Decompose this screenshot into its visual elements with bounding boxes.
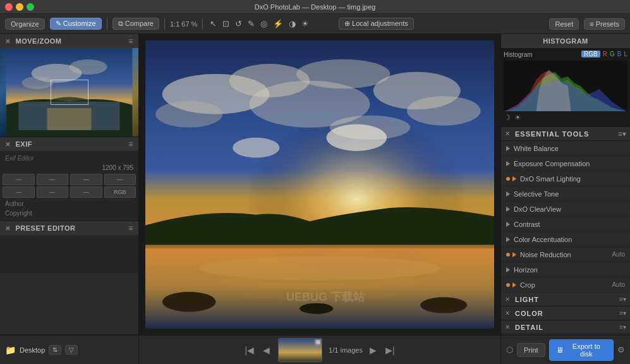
exif-title: EXIF bbox=[16, 140, 32, 148]
tool-row-exposure[interactable]: Exposure Compensation bbox=[501, 156, 630, 171]
minimize-dot[interactable] bbox=[16, 3, 23, 11]
histogram-label: Histogram bbox=[504, 51, 533, 58]
exif-btn-rgb[interactable]: RGB bbox=[104, 186, 136, 198]
preset-header[interactable]: ✕ PRESET EDITOR ≡ bbox=[0, 221, 138, 235]
move-zoom-header[interactable]: ✕ MOVE/ZOOM ≡ bbox=[0, 34, 138, 48]
essential-tools-header[interactable]: ✕ ESSENTIAL TOOLS ≡▾ bbox=[501, 127, 630, 141]
redeye-tool[interactable]: ◎ bbox=[258, 18, 269, 30]
tool-row-noise-reduction[interactable]: Noise Reduction Auto bbox=[501, 247, 630, 262]
print-button[interactable]: Print bbox=[517, 343, 545, 357]
move-zoom-menu-icon[interactable]: ≡ bbox=[128, 37, 133, 46]
color-menu[interactable]: ≡▾ bbox=[619, 310, 626, 317]
preset-menu-icon[interactable]: ≡ bbox=[128, 224, 133, 233]
noise-reduction-label: Noise Reduction bbox=[520, 251, 612, 258]
tool-row-clearview[interactable]: DxO ClearView bbox=[501, 202, 630, 217]
filmstrip-share-icon[interactable]: ⬡ bbox=[506, 345, 513, 355]
crop-tool[interactable]: ⊡ bbox=[221, 18, 231, 30]
photo-svg bbox=[145, 40, 494, 329]
tool-row-crop[interactable]: Crop Auto bbox=[501, 277, 630, 293]
close-dot[interactable] bbox=[5, 3, 13, 11]
geometry-subsection-header[interactable]: ✕ GEOMETRY ≡▾ bbox=[501, 334, 630, 335]
preset-header-left: ✕ PRESET EDITOR bbox=[5, 224, 75, 232]
tool-row-white-balance[interactable]: White Balance bbox=[501, 141, 630, 156]
organize-button[interactable]: Organize bbox=[5, 18, 45, 30]
local-adjustments-button[interactable]: ⊕ Local adjustments bbox=[339, 18, 414, 30]
detail-menu[interactable]: ≡▾ bbox=[619, 324, 626, 331]
nav-count: 1/1 images bbox=[329, 346, 363, 354]
nav-first-btn[interactable]: |◀ bbox=[243, 345, 256, 355]
filmstrip-label: 📁 Desktop ⇅ ▽ bbox=[0, 336, 139, 364]
color-accentuation-label: Color Accentuation bbox=[514, 236, 625, 243]
light-subsection-header[interactable]: ✕ LIGHT ≡▾ bbox=[501, 293, 630, 306]
exposure-triangle bbox=[506, 161, 510, 166]
zoom-controls: 1:1 67 % bbox=[170, 20, 197, 28]
photo-display bbox=[145, 40, 494, 329]
sun-icon[interactable]: ☀ bbox=[514, 113, 521, 122]
main-layout: ✕ MOVE/ZOOM ≡ bbox=[0, 34, 630, 335]
light-close[interactable]: ✕ bbox=[505, 296, 510, 303]
tool-row-selective-tone[interactable]: Selective Tone bbox=[501, 186, 630, 202]
filmstrip-sort-btn[interactable]: ⇅ bbox=[49, 345, 61, 355]
mode-rgb[interactable]: RGB bbox=[581, 51, 600, 58]
light-title: LIGHT bbox=[515, 296, 539, 303]
light-menu[interactable]: ≡▾ bbox=[619, 296, 626, 303]
smart-lighting-dot bbox=[506, 177, 510, 181]
white-balance-triangle bbox=[506, 146, 510, 151]
repair-tool[interactable]: ✎ bbox=[246, 18, 257, 30]
svg-point-18 bbox=[219, 274, 420, 289]
exif-menu-icon[interactable]: ≡ bbox=[128, 140, 133, 149]
exif-btn-5[interactable]: — bbox=[3, 186, 35, 198]
compare-button[interactable]: ⧉ Compare bbox=[112, 18, 159, 30]
color-subsection-header[interactable]: ✕ COLOR ≡▾ bbox=[501, 306, 630, 320]
filmstrip-settings-icon[interactable]: ⚙ bbox=[617, 345, 625, 355]
nav-last-btn[interactable]: ▶| bbox=[384, 345, 397, 355]
essential-tools-menu[interactable]: ≡▾ bbox=[618, 130, 626, 138]
customize-button[interactable]: ✎ Customize bbox=[50, 18, 102, 30]
smart-lighting-triangle bbox=[512, 176, 516, 181]
nav-prev-btn[interactable]: ◀ bbox=[261, 345, 272, 355]
essential-tools-close[interactable]: ✕ bbox=[505, 130, 510, 137]
rotate-tool[interactable]: ↺ bbox=[233, 18, 244, 30]
tool-row-color-accentuation[interactable]: Color Accentuation bbox=[501, 232, 630, 247]
selective-tone-triangle bbox=[506, 191, 510, 197]
reset-button[interactable]: Reset bbox=[549, 18, 579, 30]
moon-icon[interactable]: ☽ bbox=[504, 113, 511, 122]
filter-tool[interactable]: ⚡ bbox=[271, 18, 285, 30]
exif-section: ✕ EXIF ≡ Exif Editor 1200 x 795 — — — — … bbox=[0, 137, 138, 221]
exif-btn-3[interactable]: — bbox=[70, 174, 102, 185]
tool-row-smart-lighting[interactable]: DxO Smart Lighting bbox=[501, 171, 630, 186]
exif-btn-7[interactable]: — bbox=[70, 186, 102, 198]
exif-btn-4[interactable]: — bbox=[104, 174, 136, 185]
zoom-level: 1:1 bbox=[170, 20, 179, 28]
export-button[interactable]: 🖥 Export to disk bbox=[549, 339, 614, 361]
cursor-tool[interactable]: ↖ bbox=[208, 18, 219, 30]
detail-close[interactable]: ✕ bbox=[505, 324, 510, 331]
presets-button[interactable]: ≡ Presets bbox=[584, 18, 625, 30]
wb-tool[interactable]: ☀ bbox=[300, 18, 311, 30]
mode-r[interactable]: R bbox=[603, 51, 607, 58]
preset-close[interactable]: ✕ bbox=[5, 225, 11, 232]
export-label: Export to disk bbox=[566, 343, 607, 358]
filmstrip-center: |◀ ◀ ⊞ 1/1 images ▶ ▶| bbox=[139, 336, 500, 364]
exif-header[interactable]: ✕ EXIF ≡ bbox=[0, 137, 138, 151]
exif-btn-6[interactable]: — bbox=[37, 186, 69, 198]
exif-btn-2[interactable]: — bbox=[37, 174, 69, 185]
histogram-top-row: Histogram RGB R G B L bbox=[504, 51, 627, 59]
color-close[interactable]: ✕ bbox=[505, 310, 510, 317]
film-thumbnail[interactable]: ⊞ bbox=[278, 338, 322, 362]
filmstrip-filter-btn[interactable]: ▽ bbox=[65, 345, 78, 355]
nav-next-btn[interactable]: ▶ bbox=[368, 345, 379, 355]
exif-btn-1[interactable]: — bbox=[3, 174, 35, 185]
mode-g[interactable]: G bbox=[610, 51, 615, 58]
move-zoom-close[interactable]: ✕ bbox=[5, 38, 11, 45]
mode-l[interactable]: L bbox=[624, 51, 627, 58]
exif-copyright-label: Copyright bbox=[3, 209, 136, 218]
detail-subsection-header[interactable]: ✕ DETAIL ≡▾ bbox=[501, 320, 630, 334]
exif-close[interactable]: ✕ bbox=[5, 141, 11, 148]
mode-b[interactable]: B bbox=[617, 51, 622, 58]
maximize-dot[interactable] bbox=[27, 3, 34, 11]
titlebar: DxO PhotoLab — Desktop — timg.jpeg bbox=[0, 0, 630, 14]
tool-row-horizon[interactable]: Horizon bbox=[501, 262, 630, 277]
tool-row-contrast[interactable]: Contrast bbox=[501, 217, 630, 232]
mask-tool[interactable]: ◑ bbox=[287, 18, 298, 30]
